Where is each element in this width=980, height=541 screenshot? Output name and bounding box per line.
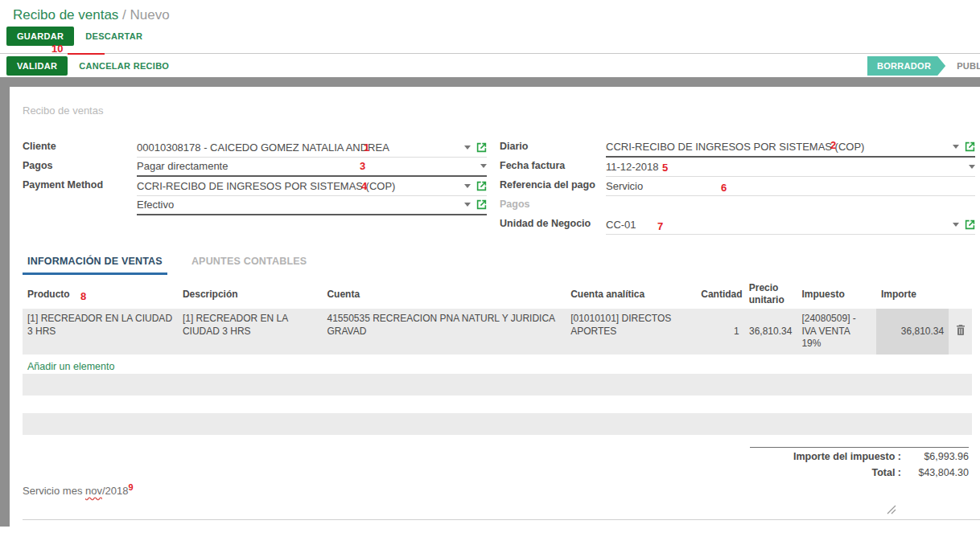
payment-method-select[interactable]: CCRI-RECIBO DE INGRESOS POR SISTEMAS (CO… — [137, 177, 487, 196]
action-toolbar: VALIDAR CANCELAR RECIBO BORRADOR PUBLICA… — [0, 53, 980, 77]
cell-cantidad[interactable]: 1 — [696, 309, 744, 355]
cliente-value[interactable]: 00010308178 - CAICEDO GOMEZ NATALIA ANDR… — [137, 141, 459, 154]
textarea-resize-handle[interactable] — [887, 505, 896, 514]
breadcrumb-separator: / — [122, 7, 130, 23]
cell-producto[interactable]: [1] RECREADOR EN LA CIUDAD 3 HRS — [23, 309, 178, 355]
col-header-actions — [949, 280, 972, 309]
empty-line-gap — [23, 396, 972, 413]
add-element-link[interactable]: Añadir un elemento — [27, 361, 114, 372]
cancel-receipt-button[interactable]: CANCELAR RECIBO — [79, 61, 169, 71]
pagos-readonly — [606, 196, 975, 215]
annotation-1: 1 — [364, 141, 369, 154]
annotation-8: 8 — [80, 290, 86, 302]
field-pagos-readonly: Pagos — [500, 196, 975, 215]
sales-receipt-page: Recibo de ventas / Nuevo GUARDAR DESCART… — [0, 0, 980, 541]
field-label: Pagos — [500, 196, 606, 215]
notebook-tabs: INFORMACIÓN DE VENTAS APUNTES CONTABLES — [23, 256, 331, 275]
save-button[interactable]: GUARDAR — [6, 27, 74, 46]
external-link-icon[interactable] — [476, 181, 487, 191]
annotation-7: 7 — [657, 220, 663, 232]
cell-precio-unitario[interactable]: 36,810.34 — [744, 309, 797, 355]
diario-select[interactable]: CCRI-RECIBO DE INGRESOS POR SISTEMAS (CO… — [606, 138, 975, 158]
annotation-10-line — [68, 53, 105, 55]
field-label: Diario — [500, 138, 606, 158]
col-header-descripcion[interactable]: Descripción — [178, 280, 323, 309]
discard-button[interactable]: DESCARTAR — [85, 31, 142, 41]
chevron-down-icon[interactable] — [464, 203, 471, 207]
workflow-buttons: VALIDAR CANCELAR RECIBO — [6, 56, 169, 76]
fecha-factura-value[interactable]: 11-12-2018 — [606, 161, 963, 173]
referencia-pago-value[interactable]: Servicio — [606, 180, 975, 192]
add-line-row: Añadir un elemento — [23, 355, 972, 374]
field-label: Cliente — [23, 138, 137, 158]
field-fecha-factura: Fecha factura 11-12-2018 — [500, 158, 975, 177]
chevron-down-icon[interactable] — [969, 165, 975, 169]
trash-icon[interactable] — [956, 325, 966, 335]
referencia-pago-input[interactable]: Servicio — [606, 177, 975, 196]
external-link-icon[interactable] — [476, 142, 487, 153]
diario-value[interactable]: CCRI-RECIBO DE INGRESOS POR SISTEMAS (CO… — [606, 141, 947, 153]
status-badge-posted[interactable]: PUBLICAR — [957, 61, 980, 71]
notes-misspelled-word: nov — [85, 485, 102, 497]
payment-method-value[interactable]: CCRI-RECIBO DE INGRESOS POR SISTEMAS (CO… — [137, 180, 459, 192]
col-header-cantidad[interactable]: Cantidad — [696, 280, 744, 309]
annotation-5: 5 — [662, 162, 668, 174]
col-header-cuenta[interactable]: Cuenta — [322, 280, 566, 309]
status-badge-draft[interactable]: BORRADOR — [867, 56, 945, 76]
cell-delete[interactable] — [949, 309, 972, 355]
breadcrumb: Recibo de ventas / Nuevo — [13, 7, 170, 23]
annotation-9: 9 — [129, 482, 134, 492]
notes-text: Servicio mes — [23, 485, 85, 497]
tax-total-label: Importe del impuesto : — [750, 451, 901, 462]
col-header-importe[interactable]: Importe — [876, 280, 949, 309]
tax-total-row: Importe del impuesto : $6,993.96 — [750, 447, 969, 464]
annotation-3: 3 — [360, 160, 365, 172]
chevron-down-icon[interactable] — [464, 145, 471, 150]
grand-total-label: Total : — [750, 467, 901, 478]
totals-block: Importe del impuesto : $6,993.96 Total :… — [750, 447, 969, 480]
invoice-lines-table: Producto Descripción Cuenta Cuenta analí… — [23, 280, 972, 435]
col-header-cuenta-analitica[interactable]: Cuenta analítica — [566, 280, 696, 309]
cell-cuenta[interactable]: 41550535 RECREACION PNA NATURL Y JURIDIC… — [322, 309, 566, 355]
external-link-icon[interactable] — [965, 219, 975, 230]
chevron-down-icon[interactable] — [464, 184, 471, 188]
field-label: Referencia del pago — [500, 177, 606, 196]
tab-informacion-de-ventas[interactable]: INFORMACIÓN DE VENTAS — [23, 256, 167, 275]
col-header-impuesto[interactable]: Impuesto — [797, 280, 876, 309]
field-label: Pagos — [23, 158, 137, 177]
empty-line-stripe — [23, 413, 972, 435]
field-label: Payment Method — [23, 177, 137, 196]
col-header-producto[interactable]: Producto — [23, 280, 178, 309]
payment-method2-select[interactable]: Efectivo — [137, 196, 487, 215]
cell-cuenta-analitica[interactable]: [01010101] DIRECTOS APORTES — [566, 309, 696, 355]
cliente-select[interactable]: 00010308178 - CAICEDO GOMEZ NATALIA ANDR… — [137, 138, 487, 158]
cell-descripcion[interactable]: [1] RECREADOR EN LA CIUDAD 3 HRS — [178, 309, 323, 355]
status-bar: BORRADOR PUBLICAR — [867, 56, 980, 76]
field-label: Unidad de Negocio — [500, 215, 606, 235]
breadcrumb-section[interactable]: Recibo de ventas — [13, 7, 118, 23]
chevron-down-icon[interactable] — [480, 164, 487, 168]
field-pagos: Pagos Pagar directamente — [23, 158, 487, 177]
field-payment-method: Payment Method CCRI-RECIBO DE INGRESOS P… — [23, 177, 487, 196]
pagos-select[interactable]: Pagar directamente — [137, 158, 487, 177]
pagos-value[interactable]: Pagar directamente — [137, 160, 475, 172]
external-link-icon[interactable] — [965, 141, 975, 152]
chevron-down-icon[interactable] — [953, 145, 959, 149]
col-header-precio-unitario[interactable]: Precio unitario — [744, 280, 797, 309]
tab-apuntes-contables[interactable]: APUNTES CONTABLES — [187, 256, 311, 275]
annotation-6: 6 — [721, 182, 727, 194]
breadcrumb-current: Nuevo — [130, 7, 170, 23]
notes-textarea[interactable]: Servicio mes nov/20189 — [23, 482, 134, 497]
cell-importe[interactable]: 36,810.34 — [876, 309, 949, 355]
annotation-10: 10 — [51, 43, 63, 55]
cell-impuesto[interactable]: [24080509] - IVA VENTA 19% — [797, 309, 876, 355]
validate-button[interactable]: VALIDAR — [6, 56, 68, 76]
external-link-icon[interactable] — [476, 199, 487, 210]
notes-text: /2018 — [102, 485, 129, 497]
table-header-row: Producto Descripción Cuenta Cuenta analí… — [23, 280, 972, 309]
payment-method2-value[interactable]: Efectivo — [137, 199, 459, 211]
table-row[interactable]: [1] RECREADOR EN LA CIUDAD 3 HRS [1] REC… — [23, 309, 972, 355]
fecha-factura-input[interactable]: 11-12-2018 — [606, 158, 975, 177]
field-cliente: Cliente 00010308178 - CAICEDO GOMEZ NATA… — [23, 138, 487, 158]
chevron-down-icon[interactable] — [953, 223, 959, 227]
